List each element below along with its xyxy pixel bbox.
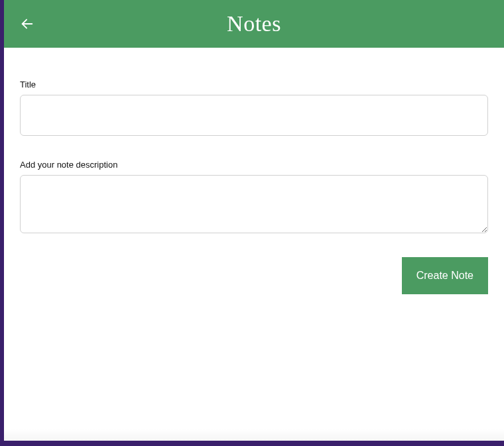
create-note-button[interactable]: Create Note xyxy=(402,257,488,294)
header: Notes xyxy=(4,0,504,48)
page-title: Notes xyxy=(227,11,281,36)
description-textarea[interactable] xyxy=(20,175,488,233)
arrow-left-icon xyxy=(20,17,34,31)
app-card: Notes Title Add your note description Cr… xyxy=(4,0,504,441)
form-actions: Create Note xyxy=(20,257,488,294)
description-label: Add your note description xyxy=(20,160,488,170)
page-title-wrap: Notes xyxy=(4,11,504,36)
back-button[interactable] xyxy=(20,17,34,31)
note-form: Title Add your note description Create N… xyxy=(4,48,504,310)
description-field: Add your note description xyxy=(20,160,488,233)
title-input[interactable] xyxy=(20,95,488,136)
title-label: Title xyxy=(20,80,488,89)
title-field: Title xyxy=(20,80,488,136)
